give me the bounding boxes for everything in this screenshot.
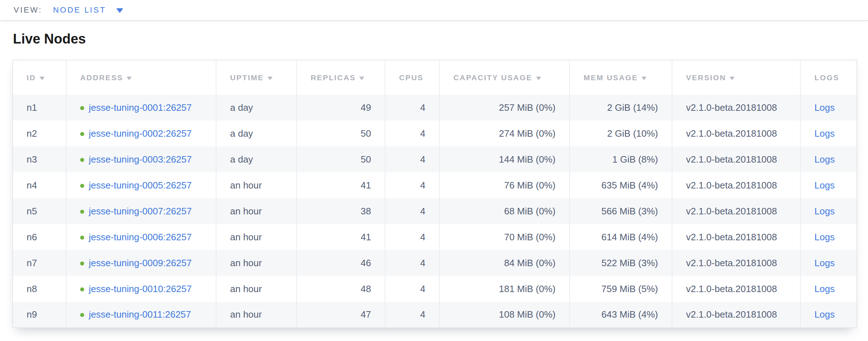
node-uptime-cell: a day [216, 95, 297, 121]
node-mem-cell: 635 MiB (4%) [570, 172, 672, 198]
column-header-cpus: CPUS [385, 60, 439, 95]
node-address-cell: jesse-tuning-0002:26257 [66, 121, 216, 146]
node-address-link[interactable]: jesse-tuning-0005:26257 [89, 180, 192, 191]
column-header-replicas[interactable]: REPLICAS [297, 60, 385, 95]
column-header-capacity-usage[interactable]: CAPACITY USAGE [439, 60, 570, 95]
node-mem-cell: 2 GiB (10%) [570, 121, 672, 146]
node-logs-cell: Logs [800, 302, 857, 328]
sort-desc-icon [40, 77, 45, 80]
column-header-logs: LOGS [800, 60, 857, 95]
node-version-cell: v2.1.0-beta.20181008 [672, 224, 800, 250]
node-logs-cell: Logs [800, 146, 857, 172]
node-address-link[interactable]: jesse-tuning-0002:26257 [89, 128, 192, 139]
logs-link[interactable]: Logs [814, 154, 835, 165]
node-replicas-cell: 48 [297, 276, 385, 302]
column-header-id[interactable]: ID [13, 60, 66, 95]
sort-desc-icon [127, 77, 132, 80]
node-capacity-cell: 144 MiB (0%) [439, 146, 570, 172]
node-logs-cell: Logs [800, 198, 857, 224]
logs-link[interactable]: Logs [814, 283, 835, 294]
logs-link[interactable]: Logs [814, 102, 835, 113]
node-mem-cell: 643 MiB (4%) [570, 302, 672, 328]
node-address-cell: jesse-tuning-0011:26257 [66, 302, 216, 328]
node-logs-cell: Logs [800, 250, 857, 276]
logs-link[interactable]: Logs [814, 232, 835, 242]
node-uptime-cell: a day [216, 146, 297, 172]
node-address-cell: jesse-tuning-0003:26257 [66, 146, 216, 172]
node-address-link[interactable]: jesse-tuning-0007:26257 [89, 206, 192, 217]
node-mem-cell: 2 GiB (14%) [570, 95, 672, 121]
node-replicas-cell: 49 [297, 95, 385, 121]
table-row: n6 jesse-tuning-0006:26257 an hour 41 4 … [13, 224, 857, 250]
node-address-link[interactable]: jesse-tuning-0010:26257 [89, 283, 192, 294]
chevron-down-icon [116, 8, 123, 13]
column-header-mem-usage[interactable]: MEM USAGE [570, 60, 672, 95]
node-address-cell: jesse-tuning-0005:26257 [66, 172, 216, 198]
node-replicas-cell: 50 [297, 146, 385, 172]
node-version-cell: v2.1.0-beta.20181008 [672, 302, 800, 328]
node-version-cell: v2.1.0-beta.20181008 [672, 95, 800, 121]
node-id-cell: n2 [13, 121, 66, 146]
node-address-link[interactable]: jesse-tuning-0009:26257 [89, 258, 192, 268]
node-id-cell: n3 [13, 146, 66, 172]
view-bar: VIEW: NODE LIST [0, 0, 868, 21]
node-version-cell: v2.1.0-beta.20181008 [672, 198, 800, 224]
node-cpus-cell: 4 [385, 302, 439, 328]
logs-link[interactable]: Logs [814, 206, 835, 217]
node-cpus-cell: 4 [385, 172, 439, 198]
node-cpus-cell: 4 [385, 250, 439, 276]
node-id-cell: n6 [13, 224, 66, 250]
column-header-uptime[interactable]: UPTIME [216, 60, 297, 95]
logs-link[interactable]: Logs [814, 180, 835, 191]
column-header-address[interactable]: ADDRESS [66, 60, 216, 95]
node-healthy-icon [80, 287, 84, 291]
node-capacity-cell: 108 MiB (0%) [439, 302, 570, 328]
page-title: Live Nodes [13, 31, 868, 47]
node-mem-cell: 566 MiB (3%) [570, 198, 672, 224]
logs-link[interactable]: Logs [814, 128, 835, 139]
node-version-cell: v2.1.0-beta.20181008 [672, 172, 800, 198]
node-address-cell: jesse-tuning-0010:26257 [66, 276, 216, 302]
node-capacity-cell: 257 MiB (0%) [439, 95, 570, 121]
view-selector-value[interactable]: NODE LIST [53, 5, 106, 15]
node-healthy-icon [80, 184, 84, 188]
node-address-link[interactable]: jesse-tuning-0001:26257 [89, 102, 192, 113]
node-cpus-cell: 4 [385, 146, 439, 172]
node-address-cell: jesse-tuning-0009:26257 [66, 250, 216, 276]
node-uptime-cell: an hour [216, 302, 297, 328]
node-replicas-cell: 41 [297, 172, 385, 198]
node-cpus-cell: 4 [385, 276, 439, 302]
node-address-link[interactable]: jesse-tuning-0011:26257 [89, 309, 191, 320]
node-address-link[interactable]: jesse-tuning-0006:26257 [89, 232, 192, 242]
node-logs-cell: Logs [800, 224, 857, 250]
node-healthy-icon [80, 210, 84, 214]
node-cpus-cell: 4 [385, 95, 439, 121]
node-uptime-cell: a day [216, 121, 297, 146]
node-capacity-cell: 76 MiB (0%) [439, 172, 570, 198]
node-capacity-cell: 70 MiB (0%) [439, 224, 570, 250]
node-id-cell: n7 [13, 250, 66, 276]
node-address-link[interactable]: jesse-tuning-0003:26257 [89, 154, 192, 165]
node-id-cell: n4 [13, 172, 66, 198]
view-selector-dropdown[interactable]: NODE LIST [53, 5, 123, 15]
node-logs-cell: Logs [800, 172, 857, 198]
logs-link[interactable]: Logs [814, 309, 835, 320]
node-healthy-icon [80, 106, 84, 110]
table-header-row: ID ADDRESS UPTIME REPLICAS CPUS CAPACITY… [13, 60, 857, 95]
table-row: n7 jesse-tuning-0009:26257 an hour 46 4 … [13, 250, 857, 276]
node-uptime-cell: an hour [216, 172, 297, 198]
node-replicas-cell: 41 [297, 224, 385, 250]
node-capacity-cell: 84 MiB (0%) [439, 250, 570, 276]
node-version-cell: v2.1.0-beta.20181008 [672, 146, 800, 172]
node-id-cell: n1 [13, 95, 66, 121]
table-row: n2 jesse-tuning-0002:26257 a day 50 4 27… [13, 121, 857, 146]
node-address-cell: jesse-tuning-0006:26257 [66, 224, 216, 250]
node-healthy-icon [80, 158, 84, 162]
node-address-cell: jesse-tuning-0001:26257 [66, 95, 216, 121]
sort-desc-icon [536, 77, 541, 80]
node-uptime-cell: an hour [216, 250, 297, 276]
logs-link[interactable]: Logs [814, 258, 835, 268]
column-header-version[interactable]: VERSION [672, 60, 800, 95]
node-logs-cell: Logs [800, 121, 857, 146]
table-row: n1 jesse-tuning-0001:26257 a day 49 4 25… [13, 95, 857, 121]
